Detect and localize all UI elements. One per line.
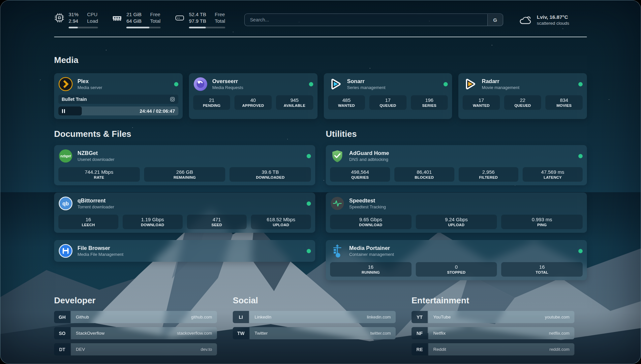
top-bar: 31% 2.94 CPU Load xyxy=(54,10,587,29)
utilities-heading: Utilities xyxy=(326,129,587,139)
bookmark-group-entertainment: Entertainment YT YouTube youtube.com NF … xyxy=(412,295,574,355)
service-title: Overseerr xyxy=(212,78,243,84)
search-input[interactable] xyxy=(244,14,503,26)
section-utilities: Utilities AdGuard Home DNS and adblockin… xyxy=(326,129,587,280)
service-card-radarr[interactable]: Radarr Movie management 17 WANTED 22 QUE… xyxy=(458,73,587,119)
playback-progress-bar: 24:44 / 02:06:47 xyxy=(58,106,178,115)
bookmark-abbr: YT xyxy=(412,311,428,323)
bookmark-netflix[interactable]: NF Netflix netflix.com xyxy=(412,327,574,339)
pause-icon xyxy=(62,109,65,113)
playback-elapsed xyxy=(58,106,82,115)
cpu-label: CPU xyxy=(87,11,98,18)
documents-heading: Documents & Files xyxy=(54,129,315,139)
stat-latency: 47.569 ms LATENCY xyxy=(523,167,583,182)
service-title: Plex xyxy=(77,78,102,84)
service-card-sonarr[interactable]: Sonarr Series management 485 WANTED 17 Q… xyxy=(324,73,452,119)
section-media: Media Plex Media server xyxy=(54,55,587,119)
service-title: Sonarr xyxy=(347,78,385,84)
service-card-overseerr[interactable]: Overseerr Media Requests 21 PENDING 40 A… xyxy=(189,73,318,119)
bookmark-abbr: NF xyxy=(412,327,428,339)
stat-download: 9.65 Gbps DOWNLOAD xyxy=(330,215,412,229)
bookmark-url: youtube.com xyxy=(545,315,569,319)
disk-total-label: Total xyxy=(215,18,225,24)
weather-condition: scattered clouds xyxy=(537,21,569,26)
service-subtitle: DNS and adblocking xyxy=(349,157,389,162)
service-subtitle: Usenet downloader xyxy=(77,157,114,162)
svg-text:nzbget: nzbget xyxy=(60,154,71,158)
service-title: NZBGet xyxy=(77,150,114,156)
service-card-filebrowser[interactable]: File Browser Media File Management xyxy=(54,240,315,262)
status-dot xyxy=(307,201,311,206)
stat-upload: 9.24 Gbps UPLOAD xyxy=(416,215,497,229)
service-card-portainer[interactable]: Media Portainer Container management 16 … xyxy=(326,240,587,280)
service-title: qBittorrent xyxy=(77,197,114,204)
disk-total-value: 97.9 TB xyxy=(189,18,206,24)
bookmark-name: Github xyxy=(76,315,89,319)
status-dot xyxy=(174,82,178,86)
memory-widget: 21 GiB 64 GiB Free Total xyxy=(112,11,161,28)
bookmark-abbr: SO xyxy=(54,327,70,339)
entertainment-heading: Entertainment xyxy=(412,295,574,306)
sonarr-icon xyxy=(328,77,343,91)
bookmark-group-social: Social LI LinkedIn linkedin.com TW Twitt… xyxy=(233,295,396,355)
bookmark-name: Netflix xyxy=(433,331,446,336)
service-title: Radarr xyxy=(482,78,519,84)
stat-downloaded: 39.6 TB DOWNLOADED xyxy=(229,167,311,182)
stat-wanted: 485 WANTED xyxy=(328,95,365,110)
bookmark-youtube[interactable]: YT YouTube youtube.com xyxy=(412,311,574,323)
search-provider-button[interactable]: G xyxy=(487,14,503,26)
svg-text:qb: qb xyxy=(62,201,69,206)
status-dot xyxy=(309,82,313,86)
memory-progress-track xyxy=(126,27,161,28)
bookmark-linkedin[interactable]: LI LinkedIn linkedin.com xyxy=(233,311,396,323)
service-subtitle: Torrent downloader xyxy=(77,204,114,209)
portainer-icon xyxy=(330,244,345,258)
cpu-progress-track xyxy=(69,27,98,28)
service-card-nzbget[interactable]: nzbget NZBGet Usenet downloader 744.21 M… xyxy=(54,145,315,185)
adguard-icon xyxy=(330,149,345,163)
search-bar: G xyxy=(244,14,503,26)
disk-free-value: 52.4 TB xyxy=(189,11,206,18)
disk-progress-fill xyxy=(189,27,206,28)
filebrowser-icon xyxy=(58,244,73,258)
cpu-icon xyxy=(54,13,65,23)
bookmark-name: LinkedIn xyxy=(255,315,271,319)
stat-total: 16 TOTAL xyxy=(501,262,583,277)
service-card-qbittorrent[interactable]: qb qBittorrent Torrent downloader 16 xyxy=(54,193,315,233)
bookmark-abbr: LI xyxy=(233,311,249,323)
qbittorrent-icon: qb xyxy=(58,196,73,211)
speedtest-icon xyxy=(330,196,345,211)
bookmark-github[interactable]: GH Github github.com xyxy=(54,311,217,323)
bookmark-stackoverflow[interactable]: SO StackOverflow stackoverflow.com xyxy=(54,327,217,339)
stat-wanted: 17 WANTED xyxy=(463,95,500,110)
service-subtitle: Movie management xyxy=(482,85,519,90)
bookmark-url: reddit.com xyxy=(549,347,569,352)
bookmark-dev[interactable]: DT DEV dev.to xyxy=(54,343,217,355)
stat-queued: 22 QUEUED xyxy=(504,95,541,110)
service-title: Media Portainer xyxy=(349,245,394,251)
service-card-adguard[interactable]: AdGuard Home DNS and adblocking 498,564 … xyxy=(326,145,587,185)
stat-leech: 16 LEECH xyxy=(58,215,118,229)
stat-available: 945 AVAILABLE xyxy=(276,95,313,110)
disk-widget: 52.4 TB 97.9 TB Free Total xyxy=(174,11,225,28)
stat-approved: 40 APPROVED xyxy=(234,95,272,110)
bookmark-url: stackoverflow.com xyxy=(177,331,212,336)
plex-icon xyxy=(58,77,73,91)
topbar-divider xyxy=(54,37,587,37)
bookmark-group-developer: Developer GH Github github.com SO StackO… xyxy=(54,295,217,355)
cpu-widget: 31% 2.94 CPU Load xyxy=(54,11,98,28)
bookmark-reddit[interactable]: RE Reddit reddit.com xyxy=(412,343,574,355)
bookmark-name: StackOverflow xyxy=(76,331,105,336)
service-subtitle: Media File Management xyxy=(77,252,123,257)
dashboard: 31% 2.94 CPU Load xyxy=(0,0,641,364)
stat-remaining: 266 GB REMAINING xyxy=(144,167,226,182)
stat-running: 16 RUNNING xyxy=(330,262,412,277)
service-subtitle: Media server xyxy=(77,85,102,90)
service-card-speedtest[interactable]: Speedtest Speedtest Tracking 9.65 Gbps D… xyxy=(326,193,587,233)
bookmark-twitter[interactable]: TW Twitter twitter.com xyxy=(233,327,396,339)
bookmark-url: github.com xyxy=(191,315,212,319)
load-label: Load xyxy=(87,18,98,24)
service-card-plex[interactable]: Plex Media server Bullet Train xyxy=(54,73,183,119)
developer-heading: Developer xyxy=(54,295,217,306)
weather-location-temp: Lviv, 16.87°C xyxy=(537,14,569,20)
